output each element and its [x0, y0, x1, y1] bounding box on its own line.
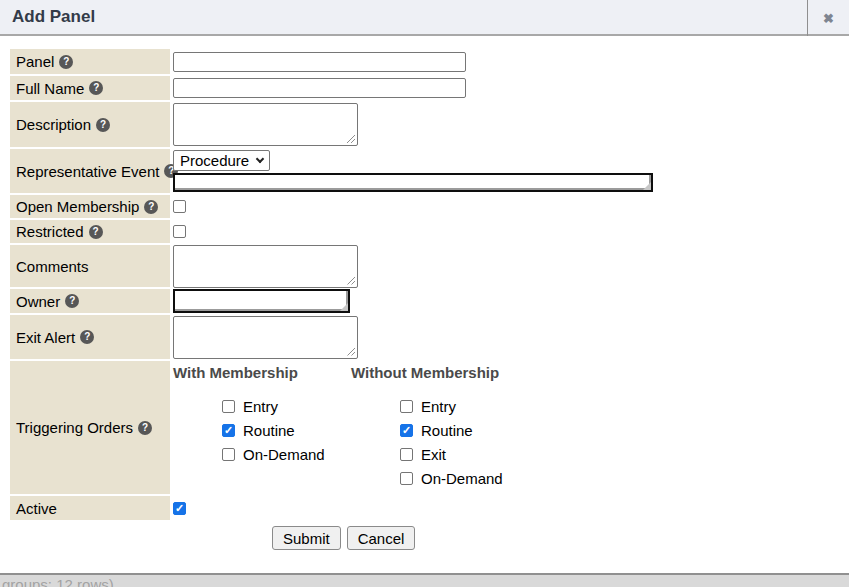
help-icon[interactable]: ?: [89, 225, 103, 239]
exit-alert-label: Exit Alert: [16, 329, 75, 346]
dialog-title: Add Panel: [12, 7, 95, 27]
row-exit-alert: Exit Alert ?: [10, 315, 849, 359]
description-label: Description: [16, 116, 91, 133]
row-panel: Panel ?: [10, 49, 849, 74]
close-button[interactable]: ✖: [807, 0, 849, 36]
exit-alert-textarea[interactable]: [173, 316, 358, 359]
background-row-count-text: groups: 12 rows): [2, 576, 849, 587]
open-membership-label: Open Membership: [16, 198, 139, 215]
help-icon[interactable]: ?: [59, 55, 73, 69]
representative-event-input[interactable]: [173, 173, 653, 192]
active-label-cell: Active: [10, 496, 170, 520]
close-icon: ✖: [823, 12, 834, 25]
open-membership-checkbox[interactable]: [173, 200, 186, 213]
help-icon[interactable]: ?: [89, 81, 103, 95]
full-name-label: Full Name: [16, 80, 84, 97]
help-icon[interactable]: ?: [80, 330, 94, 344]
exit-label: Exit: [421, 446, 446, 463]
full-name-label-cell: Full Name ?: [10, 76, 170, 100]
with-membership-on-demand-option[interactable]: On-Demand: [222, 446, 351, 463]
without-membership-on-demand-option[interactable]: On-Demand: [400, 470, 529, 487]
add-panel-form: Panel ? Full Name ? Description ?: [0, 36, 849, 550]
without-membership-entry-option[interactable]: Entry: [400, 398, 529, 415]
panel-label: Panel: [16, 53, 54, 70]
help-icon[interactable]: ?: [96, 118, 110, 132]
on-demand-checkbox[interactable]: [222, 448, 235, 461]
with-membership-column: With Membership Entry Routine On-Dema: [173, 364, 351, 463]
on-demand-label: On-Demand: [421, 470, 503, 487]
panel-input[interactable]: [173, 52, 466, 72]
row-description: Description ?: [10, 102, 849, 147]
comments-label: Comments: [16, 258, 89, 275]
full-name-input[interactable]: [173, 78, 466, 98]
restricted-label: Restricted: [16, 223, 84, 240]
help-icon[interactable]: ?: [138, 421, 152, 435]
help-icon[interactable]: ?: [144, 200, 158, 214]
row-open-membership: Open Membership ?: [10, 195, 849, 218]
row-triggering-orders: Triggering Orders ? With Membership Entr…: [10, 361, 849, 494]
comments-label-cell: Comments: [10, 245, 170, 287]
entry-label: Entry: [421, 398, 456, 415]
owner-label: Owner: [16, 293, 60, 310]
exit-checkbox[interactable]: [400, 448, 413, 461]
routine-checkbox[interactable]: [222, 424, 235, 437]
routine-checkbox[interactable]: [400, 424, 413, 437]
without-membership-header: Without Membership: [351, 364, 529, 381]
with-membership-entry-option[interactable]: Entry: [222, 398, 351, 415]
without-membership-column: Without Membership Entry Routine Exit: [351, 364, 529, 487]
with-membership-routine-option[interactable]: Routine: [222, 422, 351, 439]
row-representative-event: Representative Event ? Procedure: [10, 149, 849, 193]
description-textarea[interactable]: [173, 103, 358, 146]
without-membership-exit-option[interactable]: Exit: [400, 446, 529, 463]
form-buttons: Submit Cancel: [272, 526, 849, 550]
restricted-label-cell: Restricted ?: [10, 220, 170, 243]
triggering-orders-label-cell: Triggering Orders ?: [10, 361, 170, 494]
active-label: Active: [16, 500, 57, 517]
on-demand-checkbox[interactable]: [400, 472, 413, 485]
routine-label: Routine: [421, 422, 473, 439]
representative-event-type-select[interactable]: Procedure: [173, 150, 270, 171]
representative-event-label-cell: Representative Event ?: [10, 149, 170, 193]
row-comments: Comments: [10, 245, 849, 287]
panel-label-cell: Panel ?: [10, 49, 170, 74]
background-page-strip: groups: 12 rows): [0, 573, 849, 587]
open-membership-label-cell: Open Membership ?: [10, 195, 170, 218]
help-icon[interactable]: ?: [65, 294, 79, 308]
row-restricted: Restricted ?: [10, 220, 849, 243]
submit-button[interactable]: Submit: [272, 526, 341, 550]
owner-input[interactable]: [173, 289, 350, 313]
cancel-button[interactable]: Cancel: [347, 526, 416, 550]
representative-event-label: Representative Event: [16, 163, 159, 180]
owner-label-cell: Owner ?: [10, 289, 170, 313]
without-membership-routine-option[interactable]: Routine: [400, 422, 529, 439]
entry-checkbox[interactable]: [400, 400, 413, 413]
exit-alert-label-cell: Exit Alert ?: [10, 315, 170, 359]
row-active: Active: [10, 496, 849, 520]
add-panel-dialog: Add Panel ✖ Panel ? Full Name ?: [0, 0, 849, 562]
on-demand-label: On-Demand: [243, 446, 325, 463]
triggering-orders-label: Triggering Orders: [16, 419, 133, 436]
chevron-down-icon: [256, 154, 264, 162]
entry-label: Entry: [243, 398, 278, 415]
representative-event-type-value: Procedure: [180, 152, 249, 169]
routine-label: Routine: [243, 422, 295, 439]
active-checkbox[interactable]: [173, 502, 186, 515]
row-owner: Owner ?: [10, 289, 849, 313]
restricted-checkbox[interactable]: [173, 225, 186, 238]
row-full-name: Full Name ?: [10, 76, 849, 100]
description-label-cell: Description ?: [10, 102, 170, 147]
dialog-header: Add Panel ✖: [0, 0, 849, 36]
entry-checkbox[interactable]: [222, 400, 235, 413]
with-membership-header: With Membership: [173, 364, 351, 381]
comments-textarea[interactable]: [173, 245, 358, 288]
